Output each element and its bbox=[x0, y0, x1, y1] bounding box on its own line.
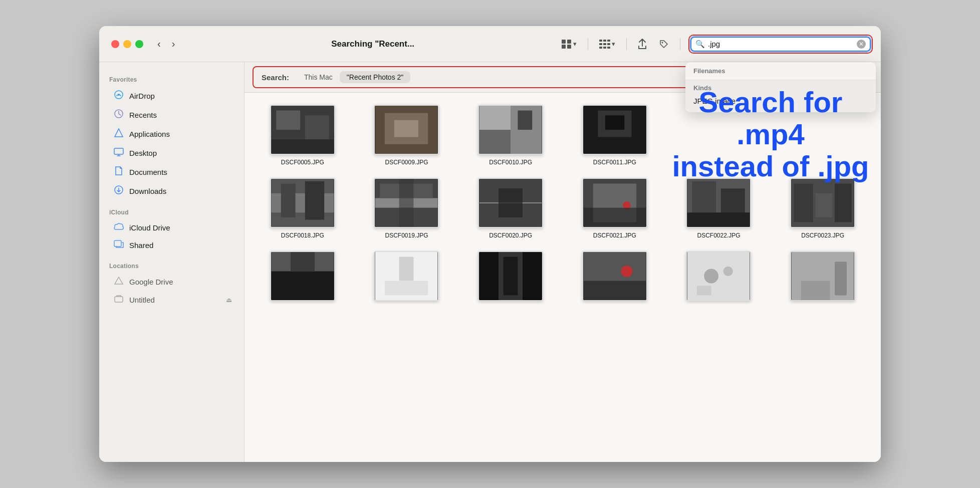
svg-rect-22 bbox=[276, 111, 300, 130]
svg-rect-4 bbox=[599, 40, 602, 42]
sidebar-item-google-drive[interactable]: Google Drive bbox=[103, 273, 240, 291]
svg-rect-71 bbox=[583, 281, 646, 300]
scope-this-mac-button[interactable]: This Mac bbox=[297, 71, 340, 83]
forward-button[interactable]: › bbox=[168, 36, 179, 52]
sidebar-item-shared[interactable]: Shared bbox=[103, 236, 240, 254]
downloads-icon bbox=[113, 185, 124, 197]
svg-rect-54 bbox=[687, 212, 750, 227]
svg-rect-17 bbox=[114, 148, 123, 154]
file-name: DSCF0023.JPG bbox=[801, 232, 844, 239]
share-button[interactable] bbox=[635, 37, 650, 52]
view-grid-button[interactable]: ▾ bbox=[559, 38, 580, 51]
file-item[interactable]: DSCF0021.JPG bbox=[567, 178, 663, 239]
svg-rect-65 bbox=[385, 281, 428, 296]
svg-rect-37 bbox=[281, 184, 296, 217]
file-item[interactable]: DSCF0010.JPG bbox=[462, 105, 559, 166]
file-item[interactable]: DSCF0022.JPG bbox=[671, 178, 767, 239]
suggestion-jpeg-image[interactable]: JPEG image bbox=[693, 94, 868, 108]
tag-icon bbox=[659, 39, 669, 49]
svg-rect-6 bbox=[607, 40, 610, 42]
thumb-svg bbox=[791, 252, 854, 300]
sidebar-icloud-label: iCloud bbox=[99, 201, 244, 219]
svg-rect-58 bbox=[816, 193, 833, 217]
documents-icon bbox=[113, 166, 124, 178]
sidebar-item-airdrop[interactable]: AirDrop bbox=[103, 87, 240, 105]
svg-rect-1 bbox=[567, 40, 571, 44]
sidebar-item-downloads[interactable]: Downloads bbox=[103, 182, 240, 200]
google-drive-icon bbox=[113, 276, 124, 288]
close-button[interactable] bbox=[111, 40, 119, 48]
file-item[interactable]: DSCF0005.JPG bbox=[255, 105, 351, 166]
thumb-svg bbox=[479, 179, 542, 227]
file-name: DSCF0010.JPG bbox=[489, 159, 532, 166]
svg-point-15 bbox=[118, 94, 120, 96]
file-thumbnail bbox=[790, 178, 855, 228]
sidebar-item-documents[interactable]: Documents bbox=[103, 163, 240, 181]
search-magnifier-icon: 🔍 bbox=[695, 40, 705, 49]
separator-2 bbox=[626, 38, 627, 50]
thumb-svg bbox=[375, 106, 438, 154]
thumb-svg bbox=[271, 179, 334, 227]
file-name: DSCF0021.JPG bbox=[593, 232, 636, 239]
group-by-button[interactable]: ▾ bbox=[596, 38, 618, 51]
nav-buttons: ‹ › bbox=[153, 36, 179, 52]
search-input[interactable] bbox=[708, 40, 857, 48]
file-item[interactable] bbox=[567, 251, 663, 305]
separator-3 bbox=[680, 38, 680, 50]
sidebar-item-applications[interactable]: Applications bbox=[103, 125, 240, 143]
scope-recent-photos-button[interactable]: "Recent Photos 2" bbox=[340, 71, 410, 83]
svg-rect-3 bbox=[567, 45, 571, 49]
thumb-svg bbox=[687, 179, 750, 227]
back-button[interactable]: ‹ bbox=[153, 36, 165, 52]
file-thumbnail bbox=[374, 178, 439, 228]
file-thumbnail bbox=[374, 105, 439, 155]
svg-rect-62 bbox=[291, 252, 315, 271]
file-item[interactable]: DSCF0018.JPG bbox=[255, 178, 351, 239]
svg-point-70 bbox=[621, 266, 632, 277]
sidebar-item-desktop[interactable]: Desktop bbox=[103, 144, 240, 162]
maximize-button[interactable] bbox=[135, 40, 143, 48]
sidebar-item-recents[interactable]: Recents bbox=[103, 106, 240, 124]
file-item[interactable] bbox=[359, 251, 455, 305]
sidebar-item-untitled[interactable]: Untitled ⏏ bbox=[103, 291, 240, 309]
svg-rect-75 bbox=[697, 286, 711, 295]
file-item[interactable] bbox=[462, 251, 559, 305]
minimize-button[interactable] bbox=[123, 40, 131, 48]
svg-rect-60 bbox=[271, 271, 334, 300]
sidebar-item-label-applications: Applications bbox=[129, 130, 170, 138]
svg-rect-5 bbox=[603, 40, 606, 42]
search-clear-button[interactable]: ✕ bbox=[857, 40, 866, 49]
file-item[interactable] bbox=[255, 251, 351, 305]
thumb-svg bbox=[375, 179, 438, 227]
file-item[interactable]: DSCF0011.JPG bbox=[567, 105, 663, 166]
recents-icon bbox=[113, 109, 124, 121]
svg-rect-8 bbox=[603, 43, 606, 45]
file-item[interactable]: DSCF0009.JPG bbox=[359, 105, 455, 166]
file-item[interactable] bbox=[671, 251, 767, 305]
svg-rect-36 bbox=[271, 193, 334, 212]
svg-rect-0 bbox=[562, 40, 566, 44]
desktop-icon bbox=[113, 147, 124, 159]
tag-button[interactable] bbox=[656, 37, 672, 51]
thumb-svg bbox=[583, 252, 646, 300]
finder-window: ‹ › Searching "Recent... ▾ bbox=[99, 26, 881, 462]
file-item[interactable]: DSCF0020.JPG bbox=[462, 178, 559, 239]
sidebar-locations-label: Locations bbox=[99, 255, 244, 273]
svg-rect-68 bbox=[504, 257, 518, 296]
thumb-svg bbox=[583, 106, 646, 154]
sidebar-item-label-downloads: Downloads bbox=[129, 187, 166, 195]
sidebar-item-label-recents: Recents bbox=[129, 111, 157, 119]
thumb-svg bbox=[479, 252, 542, 300]
file-item[interactable]: DSCF0019.JPG bbox=[359, 178, 455, 239]
svg-rect-50 bbox=[583, 208, 646, 227]
svg-rect-10 bbox=[599, 47, 602, 49]
thumb-svg bbox=[271, 252, 334, 300]
file-item[interactable]: DSCF0023.JPG bbox=[775, 178, 871, 239]
suggestions-kinds-section: Kinds JPEG image bbox=[685, 80, 876, 112]
sidebar-item-icloud-drive[interactable]: iCloud Drive bbox=[103, 219, 240, 236]
file-name: DSCF0005.JPG bbox=[281, 159, 324, 166]
file-name: DSCF0011.JPG bbox=[593, 159, 636, 166]
svg-rect-77 bbox=[835, 262, 847, 295]
eject-icon[interactable]: ⏏ bbox=[226, 296, 232, 304]
file-item[interactable] bbox=[775, 251, 871, 305]
